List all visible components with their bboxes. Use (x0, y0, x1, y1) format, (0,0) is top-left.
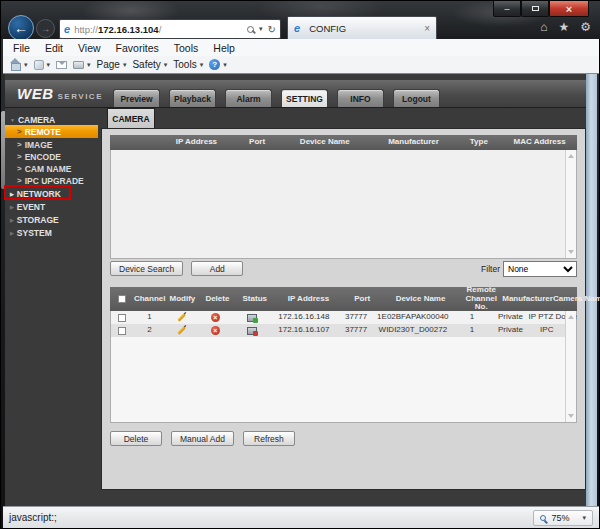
col-type: Type (456, 138, 503, 147)
help-icon[interactable]: ? (209, 59, 220, 70)
read-mail-icon[interactable] (56, 61, 67, 69)
zoom-dropdown-icon[interactable]: ▾ (582, 514, 586, 522)
zoom-level: 75% (551, 513, 569, 523)
maximize-button[interactable] (521, 1, 549, 17)
safety-menu[interactable]: Safety▾ (132, 59, 167, 70)
nav-tab-setting[interactable]: SETTING (281, 89, 328, 107)
refresh-button[interactable]: Refresh (243, 431, 295, 446)
main-nav: Preview Playback Alarm SETTING INFO Logo… (113, 89, 440, 107)
col-device-name: Device Name (381, 295, 460, 304)
collapse-icon: ▶ (10, 217, 14, 223)
add-button[interactable]: Add (191, 261, 243, 276)
window-controls: – × (493, 1, 589, 17)
minimize-button[interactable]: – (493, 1, 521, 17)
favorites-star-icon[interactable]: ★ (558, 20, 569, 34)
web-page: WEB SERVICE Preview Playback Alarm SETTI… (5, 74, 597, 506)
menu-item-favorites[interactable]: Favorites (116, 42, 159, 54)
annotation-box-network (4, 185, 71, 200)
print-icon[interactable] (73, 61, 84, 69)
nav-tab-logout[interactable]: Logout (393, 89, 440, 107)
url-text[interactable]: http://172.16.13.104/ (74, 24, 161, 35)
scroll-up-icon[interactable] (568, 154, 574, 158)
address-bar[interactable]: e http://172.16.13.104/ ▾ ↻ (59, 19, 281, 39)
nav-tab-playback[interactable]: Playback (169, 89, 216, 107)
select-all-checkbox[interactable] (118, 295, 126, 303)
manual-add-button[interactable]: Manual Add (171, 431, 234, 446)
device-table: Channel Modify Delete Status IP Address … (110, 287, 577, 423)
command-home-icon[interactable] (11, 60, 21, 69)
nav-tab-preview[interactable]: Preview (113, 89, 160, 107)
nav-tab-alarm[interactable]: Alarm (225, 89, 272, 107)
page-scrollbar[interactable] (586, 74, 597, 506)
rss-dropdown-icon[interactable]: ▾ (47, 61, 51, 69)
ie-page-icon: e (64, 23, 70, 35)
menu-item-help[interactable]: Help (213, 42, 235, 54)
device-table-scrollbar[interactable] (565, 311, 576, 422)
col-device-name: Device Name (278, 138, 371, 147)
scroll-down-icon[interactable] (568, 414, 574, 418)
main-content: CAMERA IP Address Port Device Name Manuf… (98, 108, 586, 506)
settings-gear-icon[interactable]: ⚙ (580, 20, 591, 34)
menu-item-file[interactable]: File (13, 42, 30, 54)
nav-tab-info[interactable]: INFO (337, 89, 384, 107)
command-bar: ▾ ▾ ▾ Page▾ Safety▾ Tools▾ ?▾ (3, 56, 599, 74)
close-button[interactable]: × (549, 1, 589, 17)
logo-sub-text: SERVICE (58, 92, 103, 101)
status-link-text: javascript:; (9, 512, 57, 523)
search-icon[interactable] (247, 26, 254, 33)
page-menu[interactable]: Page▾ (97, 59, 127, 70)
rss-feed-icon[interactable] (34, 60, 44, 70)
col-ip-address: IP Address (157, 138, 236, 147)
menu-item-edit[interactable]: Edit (45, 42, 63, 54)
filter-label: Filter (481, 264, 500, 274)
cell-channel: 2 (134, 326, 166, 335)
col-manufacturer: Manufacturer (502, 295, 553, 304)
menu-item-view[interactable]: View (78, 42, 101, 54)
browser-tab[interactable]: e CONFIG × (287, 16, 437, 39)
back-icon: ← (14, 20, 28, 36)
menu-item-tools[interactable]: Tools (174, 42, 199, 54)
home-icon[interactable]: ⌂ (540, 20, 547, 34)
sidebar-item-event[interactable]: ▶EVENT (5, 200, 98, 213)
filter-select[interactable]: None (503, 261, 577, 277)
device-search-button[interactable]: Device Search (110, 261, 183, 276)
tab-close-icon[interactable]: × (424, 23, 430, 34)
sidebar-item-system[interactable]: ▶SYSTEM (5, 226, 98, 239)
forward-button[interactable]: → (36, 19, 55, 38)
sidebar-item-storage[interactable]: ▶STORAGE (5, 213, 98, 226)
delete-row-icon[interactable]: × (211, 326, 220, 335)
maximize-icon (532, 6, 539, 11)
delete-row-icon[interactable]: × (211, 313, 220, 322)
row-checkbox[interactable] (118, 327, 126, 335)
sidebar: ▼CAMERA >REMOTE >IMAGE >ENCODE >CAM NAME… (5, 108, 98, 506)
safety-dropdown-icon: ▾ (164, 61, 168, 69)
scroll-down-icon[interactable] (568, 250, 574, 254)
table-row: 2 × 172.16.16.107 37777 WIDI230T_D00272 … (111, 324, 576, 337)
modify-pencil-icon[interactable] (177, 313, 185, 321)
back-button[interactable]: ← (8, 15, 34, 41)
print-dropdown-icon[interactable]: ▾ (87, 61, 91, 69)
status-icon (247, 327, 257, 335)
sidebar-item-remote[interactable]: >REMOTE (5, 125, 98, 138)
cell-port: 37777 (338, 313, 374, 322)
content-tab-camera[interactable]: CAMERA (107, 108, 155, 128)
cell-ip-address: 172.16.16.148 (270, 313, 338, 322)
tab-favicon-icon: e (294, 22, 300, 34)
col-status: Status (236, 295, 273, 304)
col-port: Port (343, 295, 380, 304)
row-checkbox[interactable] (118, 314, 126, 322)
zoom-control[interactable]: 75% ▾ (533, 510, 593, 526)
delete-button[interactable]: Delete (110, 431, 162, 446)
address-dropdown-icon[interactable]: ▾ (259, 25, 263, 33)
collapse-icon: ▶ (10, 230, 14, 236)
tools-menu[interactable]: Tools▾ (173, 59, 203, 70)
sub-arrow-icon: > (17, 164, 22, 173)
modify-pencil-icon[interactable] (177, 326, 185, 334)
refresh-icon[interactable]: ↻ (268, 24, 276, 35)
search-table-header: IP Address Port Device Name Manufacturer… (110, 135, 577, 150)
sub-arrow-icon: > (17, 152, 22, 161)
search-table-scrollbar[interactable] (565, 150, 576, 258)
home-dropdown-icon[interactable]: ▾ (24, 61, 28, 69)
scroll-up-icon[interactable] (568, 315, 574, 319)
cell-manufacturer: Private (492, 313, 528, 322)
